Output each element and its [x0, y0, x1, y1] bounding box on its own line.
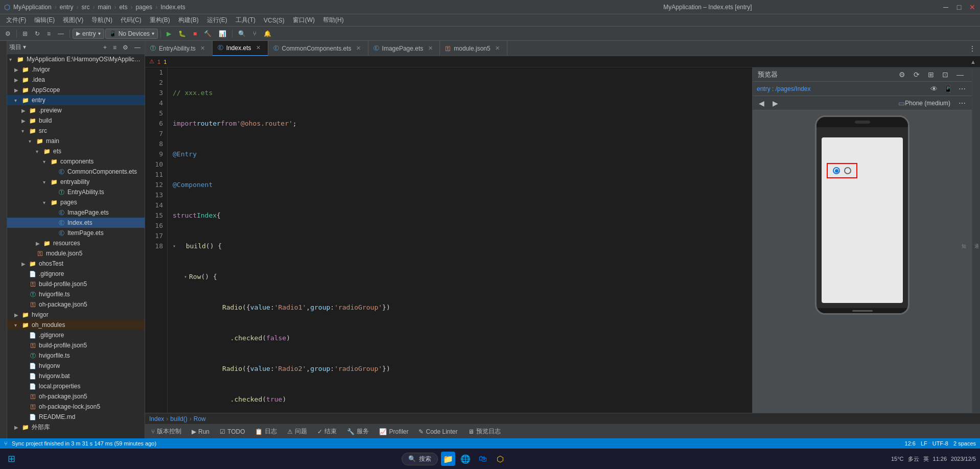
preview-device-btn[interactable]: 📱	[942, 84, 954, 94]
result-button[interactable]: ✓ 结束	[314, 426, 340, 437]
windows-start-btn[interactable]: ⊞	[4, 452, 18, 466]
preview-log-button[interactable]: 🖥 预览日志	[465, 426, 504, 437]
tree-entryability-ts[interactable]: Ⓣ EntryAbility.ts	[7, 187, 145, 197]
notification-btn[interactable]: 🔔	[261, 29, 274, 38]
sidebar-gear-btn[interactable]: ⚙	[121, 43, 130, 52]
tree-build-profile[interactable]: ⚿ build-profile.json5	[7, 279, 145, 289]
tree-appscope[interactable]: ▶ 📁 AppScope	[7, 85, 145, 95]
tab-entryability-close[interactable]: ✕	[199, 44, 207, 53]
tree-oh-package-lock[interactable]: ⚿ oh-package-lock.json5	[7, 402, 145, 412]
tree-oh-modules[interactable]: ▾ 📁 oh_modules	[7, 320, 145, 330]
tree-oh-package[interactable]: ⚿ oh-package.json5	[7, 299, 145, 310]
git-btn[interactable]: ⑂	[250, 29, 260, 38]
no-devices-select[interactable]: 📱 No Devices ▾	[105, 29, 158, 39]
taskbar-app1-btn[interactable]: ⬡	[493, 452, 507, 466]
tree-local-properties[interactable]: 📄 local.properties	[7, 381, 145, 391]
tab-module-json[interactable]: ⚿ module.json5 ✕	[440, 41, 507, 56]
tree-src[interactable]: ▾ 📁 src	[7, 126, 145, 136]
tree-oh-package2[interactable]: ⚿ oh-package.json5	[7, 391, 145, 402]
tree-components[interactable]: ▾ 📁 components	[7, 156, 145, 167]
code-linter-button[interactable]: ✎ Code Linter	[415, 427, 460, 436]
menu-tools[interactable]: 工具(T)	[232, 15, 259, 26]
menu-vcs[interactable]: VCS(S)	[261, 16, 288, 25]
taskbar-search-bar[interactable]: 🔍 搜索	[402, 453, 438, 465]
tree-preview[interactable]: ▶ 📁 .preview	[7, 105, 145, 115]
tree-index-ets[interactable]: Ⓔ Index.ets	[7, 218, 145, 228]
status-encoding[interactable]: LF	[921, 440, 927, 447]
build-button[interactable]: 🔨	[201, 29, 215, 38]
tree-main[interactable]: ▾ 📁 main	[7, 136, 145, 146]
tree-hvigor[interactable]: ▶ 📁 .hvigor	[7, 64, 145, 75]
entry-config-select[interactable]: ▶ entry ▾	[73, 29, 104, 39]
search-btn[interactable]: 🔍	[235, 29, 249, 38]
tree-common-components[interactable]: Ⓔ CommonComponents.ets	[7, 167, 145, 177]
todo-button[interactable]: ☑ TODO	[217, 427, 248, 436]
vcs-button[interactable]: ⑂ 版本控制	[148, 426, 184, 437]
tree-resources[interactable]: ▶ 📁 resources	[7, 238, 145, 248]
menu-edit[interactable]: 编辑(E)	[31, 15, 58, 26]
breadcrumb-row[interactable]: Row	[194, 415, 206, 423]
tree-imagepage[interactable]: Ⓔ ImagePage.ets	[7, 207, 145, 218]
preview-back-btn[interactable]: ◀	[756, 98, 767, 108]
menu-build[interactable]: 构建(B)	[175, 15, 202, 26]
run-log-button[interactable]: ▶ Run	[189, 427, 213, 436]
services-button[interactable]: 🔧 服务	[344, 426, 372, 437]
stop-button[interactable]: ■	[190, 29, 200, 38]
tab-index[interactable]: Ⓔ Index.ets ✕	[213, 41, 268, 56]
menu-navigate[interactable]: 导航(N)	[88, 15, 115, 26]
preview-settings-btn[interactable]: ⚙	[896, 69, 908, 80]
taskbar-browser-btn[interactable]: 🌐	[458, 452, 473, 466]
taskbar-store-btn[interactable]: 🛍	[476, 452, 490, 466]
collapse-all-btn[interactable]: —	[55, 29, 67, 38]
tree-build[interactable]: ▶ 📁 build	[7, 115, 145, 126]
settings-icon-btn[interactable]: ⚙	[2, 29, 14, 38]
project-structure-btn[interactable]: ⊞	[19, 29, 31, 38]
preview-more-btn[interactable]: ⋯	[956, 84, 968, 94]
tab-imagepage-close[interactable]: ✕	[426, 44, 434, 53]
tree-hvigorw[interactable]: 📄 hvigorw	[7, 361, 145, 371]
tree-entryability[interactable]: ▾ 📁 entryability	[7, 177, 145, 187]
minimize-button[interactable]: ─	[942, 4, 949, 11]
preview-forward-btn[interactable]: ▶	[769, 98, 781, 108]
menu-refactor[interactable]: 重构(B)	[147, 15, 173, 26]
taskbar-explorer-btn[interactable]: 📁	[441, 452, 455, 466]
problem-button[interactable]: ⚠ 问题	[284, 426, 310, 437]
tab-common-close[interactable]: ✕	[355, 44, 363, 53]
menu-code[interactable]: 代码(C)	[118, 15, 145, 26]
status-charset[interactable]: UTF-8	[932, 440, 948, 447]
sync-btn[interactable]: ↻	[32, 29, 43, 38]
tree-ets[interactable]: ▾ 📁 ets	[7, 146, 145, 156]
tree-gitignore2[interactable]: 📄 .gitignore	[7, 330, 145, 340]
debug-button[interactable]: 🐛	[175, 29, 189, 38]
tree-ohostest[interactable]: ▶ 📁 ohosTest	[7, 259, 145, 269]
menu-run[interactable]: 运行(E)	[204, 15, 230, 26]
tree-hvigorfile2[interactable]: Ⓣ hvigorfile.ts	[7, 350, 145, 361]
tree-hvigor2[interactable]: ▶ 📁 hvigor	[7, 310, 145, 320]
toolbar-more-btn[interactable]: ≡	[44, 29, 54, 38]
run-button[interactable]: ▶	[164, 29, 174, 38]
status-indent[interactable]: 2 spaces	[953, 440, 976, 447]
sidebar-add-btn[interactable]: +	[101, 43, 109, 52]
tree-external[interactable]: ▶ 📁 外部库	[7, 422, 145, 432]
preview-phone-label-btn[interactable]: ▭ Phone (medium)	[895, 98, 953, 108]
tree-entry[interactable]: ▾ 📁 entry	[7, 95, 145, 105]
preview-collapse-btn[interactable]: —	[953, 69, 967, 80]
breadcrumb-index[interactable]: Index	[149, 415, 164, 423]
maximize-button[interactable]: □	[955, 4, 963, 11]
profile-button[interactable]: 📊	[216, 29, 229, 38]
menu-view[interactable]: 视图(V)	[60, 15, 86, 26]
tab-common-components[interactable]: Ⓔ CommonComponents.ets ✕	[268, 41, 368, 56]
tree-gitignore[interactable]: 📄 .gitignore	[7, 269, 145, 279]
collapse-errors-btn[interactable]: ▲	[970, 59, 976, 65]
tree-build-profile2[interactable]: ⚿ build-profile.json5	[7, 340, 145, 350]
tree-idea[interactable]: ▶ 📁 .idea	[7, 75, 145, 85]
sidebar-collapse-btn[interactable]: —	[132, 43, 143, 52]
status-line[interactable]: 12:6	[905, 440, 916, 447]
menu-file[interactable]: 文件(F)	[3, 15, 29, 26]
tree-pages[interactable]: ▾ 📁 pages	[7, 197, 145, 207]
tree-module-json[interactable]: ⚿ module.json5	[7, 248, 145, 259]
preview-eye-btn[interactable]: 👁	[928, 84, 940, 94]
profiler-button[interactable]: 📈 Profiler	[376, 427, 411, 436]
tree-readme[interactable]: 📄 README.md	[7, 412, 145, 422]
sidebar-options-btn[interactable]: ≡	[111, 43, 119, 52]
